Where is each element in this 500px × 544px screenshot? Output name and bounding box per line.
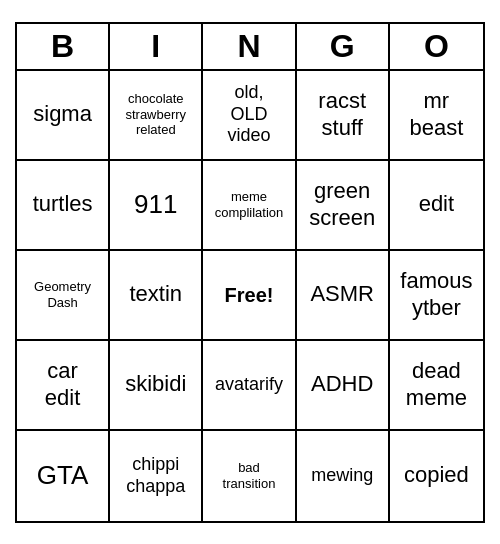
bingo-cell[interactable]: old, OLD video [203, 71, 296, 161]
bingo-cell[interactable]: bad transition [203, 431, 296, 521]
bingo-cell[interactable]: sigma [17, 71, 110, 161]
bingo-cell[interactable]: Free! [203, 251, 296, 341]
bingo-cell[interactable]: chippi chappa [110, 431, 203, 521]
bingo-cell[interactable]: mr beast [390, 71, 483, 161]
cell-text: old, OLD video [227, 82, 270, 147]
cell-text: copied [404, 462, 469, 488]
bingo-cell[interactable]: copied [390, 431, 483, 521]
header-letter: G [297, 24, 390, 69]
bingo-cell[interactable]: Geometry Dash [17, 251, 110, 341]
bingo-card: BINGO sigmachocolate strawberry relatedo… [15, 22, 485, 523]
bingo-cell[interactable]: dead meme [390, 341, 483, 431]
cell-text: edit [419, 191, 454, 217]
header-letter: N [203, 24, 296, 69]
cell-text: mr beast [409, 88, 463, 141]
bingo-cell[interactable]: GTA [17, 431, 110, 521]
bingo-cell[interactable]: turtles [17, 161, 110, 251]
cell-text: ASMR [310, 281, 374, 307]
cell-text: sigma [33, 101, 92, 127]
bingo-cell[interactable]: avatarify [203, 341, 296, 431]
bingo-cell[interactable]: chocolate strawberry related [110, 71, 203, 161]
cell-text: GTA [37, 460, 89, 491]
cell-text: car edit [45, 358, 80, 411]
bingo-cell[interactable]: famous ytber [390, 251, 483, 341]
cell-text: ADHD [311, 371, 373, 397]
header-letter: O [390, 24, 483, 69]
bingo-cell[interactable]: car edit [17, 341, 110, 431]
cell-text: textin [129, 281, 182, 307]
bingo-cell[interactable]: textin [110, 251, 203, 341]
cell-text: skibidi [125, 371, 186, 397]
bingo-cell[interactable]: ASMR [297, 251, 390, 341]
cell-text: turtles [33, 191, 93, 217]
cell-text: famous ytber [400, 268, 472, 321]
bingo-cell[interactable]: mewing [297, 431, 390, 521]
cell-text: Geometry Dash [34, 279, 91, 310]
cell-text: mewing [311, 465, 373, 487]
cell-text: Free! [225, 283, 274, 307]
bingo-cell[interactable]: racst stuff [297, 71, 390, 161]
bingo-cell[interactable]: ADHD [297, 341, 390, 431]
cell-text: green screen [309, 178, 375, 231]
header-letter: I [110, 24, 203, 69]
cell-text: chocolate strawberry related [125, 91, 186, 138]
cell-text: bad transition [223, 460, 276, 491]
bingo-cell[interactable]: green screen [297, 161, 390, 251]
cell-text: avatarify [215, 374, 283, 396]
bingo-cell[interactable]: meme complilation [203, 161, 296, 251]
cell-text: chippi chappa [126, 454, 185, 497]
bingo-cell[interactable]: 911 [110, 161, 203, 251]
cell-text: 911 [134, 189, 177, 220]
header-letter: B [17, 24, 110, 69]
bingo-header: BINGO [17, 24, 483, 71]
bingo-grid: sigmachocolate strawberry relatedold, OL… [17, 71, 483, 521]
cell-text: racst stuff [318, 88, 366, 141]
cell-text: meme complilation [215, 189, 284, 220]
bingo-cell[interactable]: skibidi [110, 341, 203, 431]
bingo-cell[interactable]: edit [390, 161, 483, 251]
cell-text: dead meme [406, 358, 467, 411]
